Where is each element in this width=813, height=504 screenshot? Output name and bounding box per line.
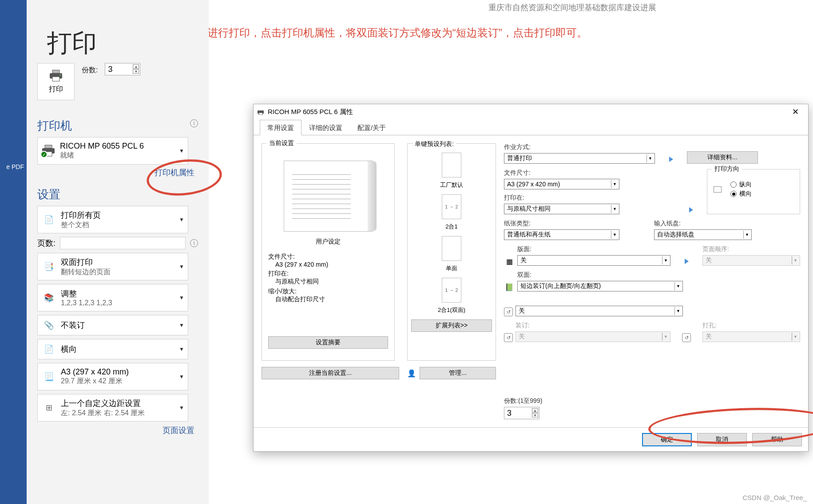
manage-button[interactable]: 管理... — [420, 367, 496, 379]
info-icon[interactable]: i — [190, 239, 198, 247]
expand-list-button[interactable]: 扩展列表>> — [411, 319, 492, 332]
app-sidebar: e PDF — [0, 0, 27, 504]
info-icon[interactable]: i — [190, 119, 198, 127]
help-button[interactable]: 帮助 — [752, 433, 802, 446]
copies-spinner[interactable]: 3 ▲▼ — [105, 63, 140, 75]
chevron-down-icon: ▼ — [674, 282, 682, 290]
preset-2in1-duplex[interactable]: 1 → 22合1(双面) — [411, 275, 492, 317]
tab-detailed[interactable]: 详细的设置 — [301, 120, 350, 135]
play-icon[interactable] — [685, 259, 689, 264]
chevron-down-icon: ▼ — [662, 333, 669, 341]
punch-select: 关▼ — [702, 331, 800, 342]
printer-name: RICOH MP 6055 PCL 6 — [60, 142, 144, 151]
staple-label: 装订: — [516, 322, 670, 330]
spin-down-icon[interactable]: ▼ — [133, 69, 139, 74]
tab-common[interactable]: 常用设置 — [260, 120, 301, 135]
preset-single[interactable]: 单面 — [411, 233, 492, 275]
opt-margins[interactable]: ⊞ 上一个自定义边距设置左: 2.54 厘米 右: 2.54 厘米 ▼ — [37, 394, 188, 421]
reset-icon[interactable]: ↺ — [682, 333, 691, 342]
orientation-group: 打印方向 纵向 横向 — [707, 169, 800, 214]
user-icon: 👤 — [407, 369, 416, 378]
chevron-down-icon: ▼ — [179, 264, 184, 270]
register-settings-button[interactable]: 注册当前设置... — [262, 367, 399, 379]
tab-config[interactable]: 配置/关于 — [350, 120, 393, 135]
duplex-label: 双面: — [517, 271, 683, 279]
chevron-down-icon: ▼ — [611, 180, 618, 188]
spin-down-icon[interactable]: ▼ — [532, 413, 538, 417]
opt-orientation[interactable]: 📄 横向 ▼ — [37, 339, 188, 359]
print-on-select[interactable]: 与原稿尺寸相同▼ — [504, 204, 619, 214]
doc-size-label: 文件尺寸: — [504, 169, 619, 177]
printer-selector[interactable]: ✓ RICOH MP 6055 PCL 6 就绪 ▼ — [37, 137, 188, 165]
play-icon[interactable] — [669, 157, 673, 162]
dialog-title: RICOH MP 6055 PCL 6 属性 — [268, 108, 353, 116]
page-setup-link[interactable]: 页面设置 — [37, 425, 198, 436]
orientation-icon: 📄 — [42, 343, 56, 355]
input-tray-select[interactable]: 自动选择纸盘▼ — [654, 229, 752, 240]
job-type-select[interactable]: 普通打印▼ — [504, 153, 655, 164]
job-type-label: 作业方式: — [504, 143, 655, 151]
dlg-copies-spinner[interactable]: 3 ▲▼ — [504, 407, 539, 419]
close-button[interactable]: ✕ — [785, 105, 805, 119]
dialog-titlebar[interactable]: RICOH MP 6055 PCL 6 属性 ✕ — [254, 104, 808, 119]
opt-collate[interactable]: 📚 调整1,2,3 1,2,3 1,2,3 ▼ — [37, 284, 188, 311]
page-icon: 📄 — [42, 214, 56, 225]
svg-rect-2 — [52, 77, 59, 81]
printer-status-text: 就绪 — [60, 151, 144, 160]
doc-size-select[interactable]: A3 (297 x 420 mm)▼ — [504, 179, 619, 189]
layout-label: 版面: — [517, 245, 670, 253]
preview-image — [284, 161, 373, 232]
duplex-select[interactable]: 短边装订(向上翻页/向左翻页)▼ — [517, 281, 683, 291]
orientation-portrait-radio[interactable]: 纵向 — [730, 181, 752, 189]
settings-summary-button[interactable]: 设置摘要 — [268, 336, 388, 349]
paper-type-select[interactable]: 普通纸和再生纸▼ — [504, 229, 619, 240]
dialog-footer: 确定 取消 帮助 — [254, 427, 808, 451]
ok-button[interactable]: 确定 — [642, 433, 692, 446]
pages-label: 页数: — [37, 238, 56, 248]
preview-caption: 用户设定 — [268, 238, 388, 246]
layout-select[interactable]: 关▼ — [517, 255, 670, 266]
page-title: 打印 — [47, 27, 198, 60]
settings-section-header: 设置 — [37, 187, 198, 202]
presets-group: 单键预设列表: 工厂默认 1 → 22合1 单面 1 → 22合1(双面) 扩展… — [407, 143, 496, 361]
printer-icon — [49, 70, 63, 82]
svg-point-3 — [60, 74, 61, 75]
printer-properties-link[interactable]: 打印机属性 — [37, 167, 198, 178]
svg-rect-6 — [45, 145, 52, 148]
duplex-icon: 📗 — [504, 283, 515, 291]
opt-print-all[interactable]: 📄 打印所有页整个文档 ▼ — [37, 206, 188, 233]
page-order-label: 页面顺序: — [702, 245, 800, 253]
spin-up-icon[interactable]: ▲ — [532, 408, 538, 413]
page-order-select: 关▼ — [702, 255, 800, 266]
input-tray-label: 输入纸盘: — [654, 220, 752, 228]
spin-up-icon[interactable]: ▲ — [133, 64, 139, 69]
chevron-down-icon: ▼ — [792, 256, 799, 264]
print-button[interactable]: 打印 — [37, 63, 75, 100]
booklet-select[interactable]: 关▼ — [516, 306, 683, 316]
orientation-landscape-radio[interactable]: 横向 — [730, 190, 752, 198]
opt-paper-size[interactable]: 📃 A3 (297 x 420 mm)29.7 厘米 x 42 厘米 ▼ — [37, 363, 188, 390]
printer-status-icon: ✓ — [41, 145, 56, 157]
copies-label: 份数: — [82, 66, 98, 75]
printer-section-header: 打印机 — [37, 118, 72, 134]
settings-column: 作业方式: 普通打印▼ 详细资料... 文件尺寸: A3 (297 x 420 … — [504, 143, 800, 419]
orientation-icon — [714, 186, 722, 193]
chevron-down-icon: ▼ — [179, 346, 184, 352]
detail-button[interactable]: 详细资料... — [687, 151, 758, 164]
chevron-down-icon: ▼ — [611, 205, 618, 213]
preset-2in1[interactable]: 1 → 22合1 — [411, 192, 492, 233]
pages-input[interactable] — [60, 237, 186, 249]
instruction-annotation: 3. 进行打印，点击打印机属性，将双面装订方式修改为“短边装订”，点击打印即可。 — [195, 26, 587, 40]
opt-duplex[interactable]: 📑 双面打印翻转短边的页面 ▼ — [37, 253, 188, 280]
staple-icon: 📎 — [42, 319, 56, 331]
print-on-label: 打印在: — [504, 194, 619, 202]
play-icon[interactable] — [689, 207, 693, 213]
printer-icon — [257, 109, 264, 115]
preset-factory[interactable]: 工厂默认 — [411, 150, 492, 192]
cancel-button[interactable]: 取消 — [697, 433, 747, 446]
reset-icon[interactable]: ↺ — [504, 307, 513, 316]
reset-icon[interactable]: ↺ — [504, 333, 513, 342]
opt-staple[interactable]: 📎 不装订 ▼ — [37, 315, 188, 335]
paper-type-label: 纸张类型: — [504, 220, 619, 228]
chevron-down-icon: ▼ — [179, 148, 184, 154]
